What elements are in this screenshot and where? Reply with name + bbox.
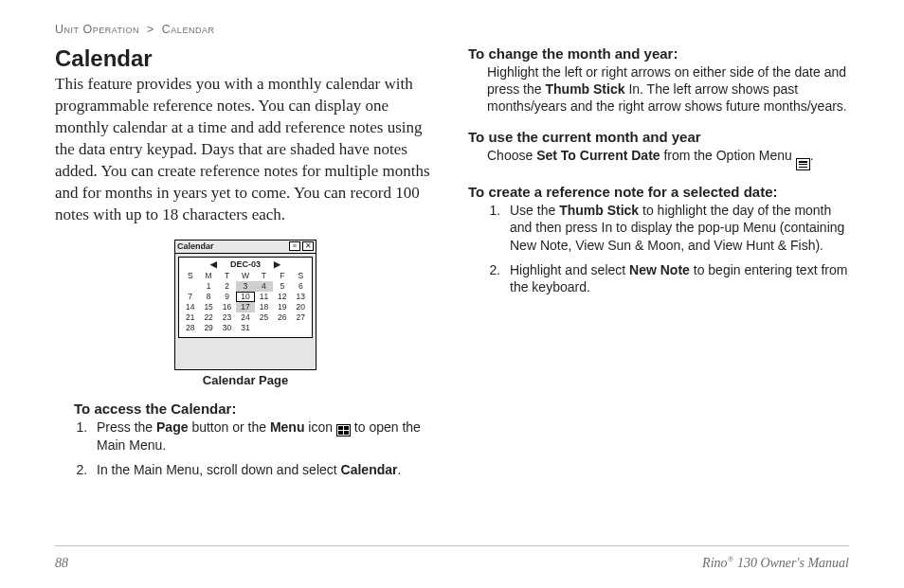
breadcrumb-section: Unit Operation (55, 23, 139, 36)
use-current-body: Choose Set To Current Date from the Opti… (468, 147, 849, 171)
breadcrumb-sep: > (143, 23, 158, 36)
svg-rect-3 (344, 431, 349, 435)
day-cell: 1 (199, 281, 217, 292)
footer-rule (55, 545, 849, 546)
dow-cell: T (218, 271, 236, 281)
day-cell: 5 (273, 281, 291, 292)
day-cell: 3 (236, 281, 254, 292)
day-cell: 22 (199, 312, 217, 323)
day-cell (273, 323, 291, 333)
day-cell (292, 323, 310, 333)
svg-rect-2 (338, 431, 343, 435)
day-cell: 10 (236, 292, 254, 302)
day-cell: 9 (218, 292, 236, 302)
day-cell: 17 (236, 302, 254, 312)
heading-use-current: To use the current month and year (468, 129, 849, 145)
calendar-window: Calendar ≡ ✕ ◀ DEC-03 ▶ (174, 240, 316, 370)
create-note-step-2: Highlight and select New Note to begin e… (504, 261, 849, 295)
day-cell: 4 (255, 281, 273, 292)
dow-cell: F (273, 271, 291, 281)
dow-cell: M (199, 271, 217, 281)
month-label: DEC-03 (230, 259, 261, 269)
day-cell: 12 (273, 292, 291, 302)
day-cell: 24 (236, 312, 254, 323)
access-step-2: In the Main Menu, scroll down and select… (91, 461, 436, 478)
day-cell: 23 (218, 312, 236, 323)
page-title: Calendar (55, 45, 436, 72)
day-cell: 31 (236, 323, 254, 333)
dow-cell: S (292, 271, 310, 281)
day-cell: 18 (255, 302, 273, 312)
day-cell: 26 (273, 312, 291, 323)
next-month-arrow-icon: ▶ (274, 259, 280, 269)
day-cell (255, 323, 273, 333)
access-step-1: Press the Page button or the Menu icon t… (91, 419, 436, 454)
create-note-step-1: Use the Thumb Stick to highlight the day… (504, 202, 849, 254)
heading-change-month-year: To change the month and year: (468, 45, 849, 62)
day-cell: 16 (218, 302, 236, 312)
intro-paragraph: This feature provides you with a monthly… (55, 74, 436, 226)
heading-create-note: To create a reference note for a selecte… (468, 184, 849, 200)
day-cell: 20 (292, 302, 310, 312)
day-cell: 15 (199, 302, 217, 312)
svg-rect-1 (344, 426, 349, 430)
breadcrumb-page: Calendar (162, 23, 215, 36)
page-number: 88 (55, 556, 68, 571)
day-cell: 21 (181, 312, 199, 323)
dow-cell: W (236, 271, 254, 281)
option-menu-icon (796, 158, 810, 170)
day-cell: 25 (255, 312, 273, 323)
day-cell: 2 (218, 281, 236, 292)
window-title: Calendar (177, 241, 214, 251)
window-close-icon: ✕ (302, 241, 314, 251)
day-cell: 29 (199, 323, 217, 333)
dow-cell: T (255, 271, 273, 281)
svg-rect-0 (338, 426, 343, 430)
day-cell: 28 (181, 323, 199, 333)
day-cell: 13 (292, 292, 310, 302)
dow-cell: S (181, 271, 199, 281)
day-cell: 19 (273, 302, 291, 312)
day-cell: 27 (292, 312, 310, 323)
day-cell (181, 281, 199, 292)
figure-calendar-page: Calendar ≡ ✕ ◀ DEC-03 ▶ (55, 240, 436, 387)
day-cell: 6 (292, 281, 310, 292)
day-cell: 8 (199, 292, 217, 302)
figure-caption: Calendar Page (55, 373, 436, 387)
calendar-grid: SMTWTFS 12345678910111213141516171819202… (181, 271, 310, 333)
day-cell: 30 (218, 323, 236, 333)
day-cell: 14 (181, 302, 199, 312)
change-month-year-body: Highlight the left or right arrows on ei… (468, 63, 849, 116)
day-cell: 7 (181, 292, 199, 302)
breadcrumb: Unit Operation > Calendar (55, 23, 849, 36)
window-menu-icon: ≡ (289, 241, 300, 251)
manual-title: Rino® 130 Owner's Manual (702, 554, 849, 571)
main-menu-icon (336, 424, 351, 437)
day-cell: 11 (255, 292, 273, 302)
prev-month-arrow-icon: ◀ (210, 259, 217, 269)
heading-access-calendar: To access the Calendar: (74, 401, 436, 417)
